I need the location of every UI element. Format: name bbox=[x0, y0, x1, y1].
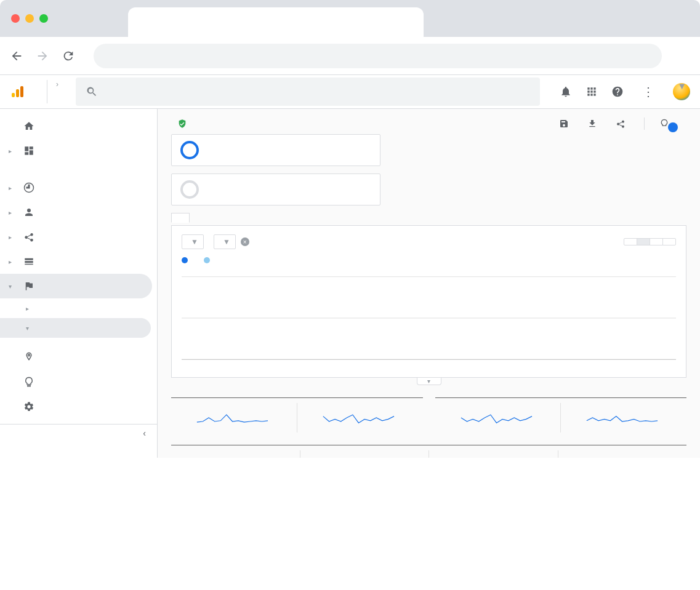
minimize-window-icon[interactable] bbox=[25, 14, 34, 23]
add-segment-button[interactable] bbox=[171, 173, 380, 205]
verified-icon bbox=[177, 119, 187, 129]
gran-day[interactable] bbox=[637, 239, 650, 245]
clock-icon bbox=[23, 182, 34, 193]
export-icon bbox=[587, 119, 597, 129]
chart-card: ▼ ▼ × bbox=[171, 225, 686, 378]
share-icon bbox=[23, 231, 34, 242]
home-icon bbox=[23, 121, 34, 132]
granularity-selector bbox=[624, 238, 676, 245]
sidebar-item-realtime[interactable]: ▸ bbox=[0, 175, 152, 200]
sidebar-item-audience[interactable]: ▸ bbox=[0, 200, 152, 225]
gran-month[interactable] bbox=[662, 239, 675, 245]
search-icon bbox=[86, 86, 98, 98]
sidebar-item-discover[interactable] bbox=[0, 370, 152, 394]
sidebar-item-attribution[interactable] bbox=[0, 345, 152, 370]
sparkline bbox=[568, 410, 679, 425]
gear-icon bbox=[23, 401, 34, 412]
sidebar: ▸ ▸ ▸ ▸ ▸ ▾ ▸ ▾ ‹ bbox=[0, 109, 158, 458]
save-button[interactable] bbox=[559, 119, 573, 129]
sidebar-item-home[interactable] bbox=[0, 114, 152, 138]
browser-tab[interactable] bbox=[128, 7, 424, 37]
svg-rect-1 bbox=[16, 89, 19, 97]
sidebar-sub-ecommerce[interactable]: ▾ bbox=[0, 318, 151, 338]
sidebar-item-admin[interactable] bbox=[0, 394, 152, 419]
sparkline bbox=[443, 410, 553, 425]
flag-icon bbox=[23, 281, 34, 292]
person-icon bbox=[23, 207, 34, 218]
attribution-icon bbox=[23, 352, 34, 363]
reports-header bbox=[0, 163, 157, 175]
gran-week[interactable] bbox=[650, 239, 662, 245]
sidebar-collapse[interactable]: ‹ bbox=[0, 424, 157, 442]
metric-aov bbox=[560, 403, 686, 433]
section-marketing bbox=[171, 433, 686, 445]
sidebar-item-behavior[interactable]: ▸ bbox=[0, 249, 152, 274]
mkt-campaigns bbox=[171, 450, 300, 458]
browser-toolbar bbox=[0, 37, 700, 75]
sidebar-item-acquisition[interactable]: ▸ bbox=[0, 225, 152, 249]
address-bar[interactable] bbox=[94, 44, 662, 68]
share-button[interactable] bbox=[616, 119, 629, 129]
content: ▼ ▼ ▼ × bbox=[158, 109, 700, 458]
segment-ring-icon bbox=[180, 141, 199, 159]
segment-all-users[interactable] bbox=[171, 134, 380, 166]
chart-expander[interactable]: ▾ bbox=[417, 378, 441, 385]
sparkline bbox=[179, 410, 289, 425]
window-controls bbox=[11, 14, 48, 23]
mkt-coupon bbox=[428, 450, 558, 458]
segment-empty-icon bbox=[180, 180, 199, 199]
sidebar-item-customization[interactable]: ▸ bbox=[0, 138, 152, 163]
date-range-selector[interactable]: ▼ bbox=[158, 81, 700, 91]
maximize-window-icon[interactable] bbox=[39, 14, 48, 23]
sidebar-item-conversions[interactable]: ▾ bbox=[0, 274, 152, 298]
metric-conv bbox=[297, 403, 423, 433]
back-icon[interactable] bbox=[10, 49, 23, 63]
metric-transactions bbox=[435, 403, 561, 433]
tab-overview[interactable] bbox=[171, 213, 190, 223]
layers-icon bbox=[23, 256, 34, 267]
export-button[interactable] bbox=[587, 119, 601, 129]
section-rev-conv bbox=[171, 385, 423, 398]
remove-metric-icon[interactable]: × bbox=[241, 237, 249, 246]
gran-hourly[interactable] bbox=[624, 239, 637, 245]
svg-rect-0 bbox=[12, 93, 15, 97]
x-axis-labels bbox=[182, 367, 676, 369]
tab-strip bbox=[0, 0, 700, 37]
sidebar-sub-goals[interactable]: ▸ bbox=[0, 298, 157, 318]
analytics-logo-icon bbox=[10, 84, 25, 99]
section-transactions bbox=[435, 385, 687, 398]
save-icon bbox=[559, 119, 569, 129]
account-selector[interactable]: › bbox=[47, 80, 58, 103]
dashboard-icon bbox=[23, 145, 34, 156]
svg-rect-2 bbox=[20, 86, 23, 97]
metric1-selector[interactable]: ▼ bbox=[182, 234, 204, 249]
line-chart[interactable] bbox=[182, 269, 676, 367]
share2-icon bbox=[616, 119, 626, 129]
bulb-icon bbox=[23, 377, 34, 388]
mkt-internal bbox=[300, 450, 429, 458]
metric2-selector[interactable]: ▼ bbox=[214, 234, 236, 249]
insights-button[interactable] bbox=[659, 119, 686, 129]
mkt-affiliation bbox=[558, 450, 687, 458]
sparkline bbox=[305, 410, 416, 425]
browser-chrome bbox=[0, 0, 700, 75]
close-window-icon[interactable] bbox=[11, 14, 20, 23]
metric-revenue bbox=[171, 403, 297, 433]
forward-icon bbox=[36, 49, 49, 63]
reload-icon[interactable] bbox=[62, 49, 75, 63]
